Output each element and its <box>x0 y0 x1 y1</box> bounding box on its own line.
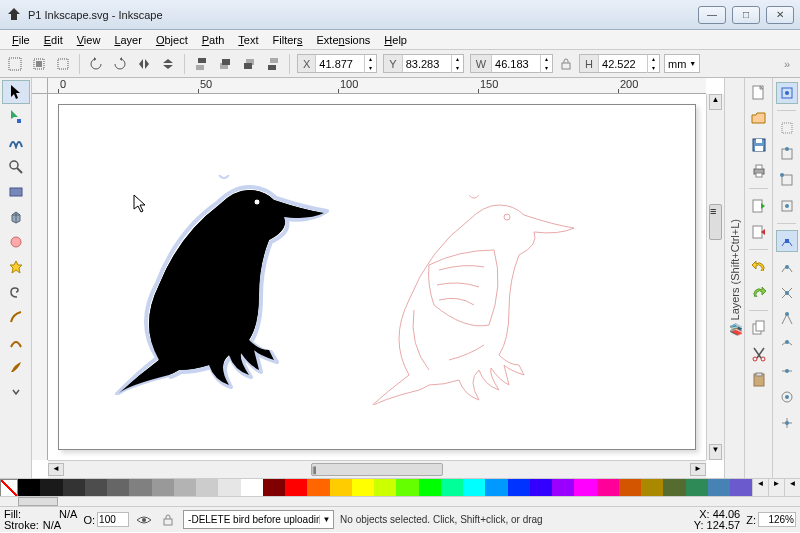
selector-tool[interactable] <box>2 80 30 104</box>
color-swatch[interactable] <box>174 479 196 497</box>
menu-help[interactable]: Help <box>378 32 413 48</box>
visibility-toggle-icon[interactable] <box>135 511 153 529</box>
menu-extensions[interactable]: Extensions <box>311 32 377 48</box>
redo-icon[interactable] <box>748 282 770 304</box>
palette-scroll-right[interactable]: ► <box>768 479 784 497</box>
layer-lock-icon[interactable] <box>159 511 177 529</box>
new-doc-icon[interactable] <box>748 82 770 104</box>
color-swatch[interactable] <box>241 479 263 497</box>
bezier-tool[interactable] <box>2 330 30 354</box>
color-swatch[interactable] <box>396 479 418 497</box>
toolbar-overflow[interactable]: » <box>778 58 796 70</box>
scroll-left-arrow[interactable]: ◄ <box>48 463 64 476</box>
deselect-icon[interactable] <box>52 53 74 75</box>
lower-bottom-icon[interactable] <box>262 53 284 75</box>
open-icon[interactable] <box>748 108 770 130</box>
node-tool[interactable] <box>2 105 30 129</box>
color-swatch[interactable] <box>508 479 530 497</box>
close-button[interactable]: ✕ <box>766 6 794 24</box>
copy-icon[interactable] <box>748 317 770 339</box>
lower-icon[interactable] <box>238 53 260 75</box>
color-swatch[interactable] <box>663 479 685 497</box>
more-tools[interactable] <box>2 380 30 404</box>
rotate-ccw-icon[interactable] <box>85 53 107 75</box>
snap-toggle-icon[interactable] <box>776 82 798 104</box>
palette-menu[interactable]: ◄ <box>784 479 800 497</box>
tweak-tool[interactable] <box>2 130 30 154</box>
color-swatch[interactable] <box>129 479 151 497</box>
no-color-swatch[interactable] <box>0 479 18 497</box>
snap-rotation-icon[interactable] <box>776 412 798 434</box>
color-swatch[interactable] <box>641 479 663 497</box>
zoom-field[interactable]: Z: <box>746 512 796 527</box>
snap-bbox-midpoint-icon[interactable] <box>776 195 798 217</box>
menu-layer[interactable]: Layer <box>108 32 148 48</box>
snap-cusp-icon[interactable] <box>776 308 798 330</box>
menu-file[interactable]: File <box>6 32 36 48</box>
paste-icon[interactable] <box>748 369 770 391</box>
scroll-down-arrow[interactable]: ▼ <box>709 444 722 460</box>
x-field[interactable]: X▴▾ <box>297 54 377 73</box>
ellipse-tool[interactable] <box>2 230 30 254</box>
lock-icon[interactable] <box>559 57 573 71</box>
spiral-tool[interactable] <box>2 280 30 304</box>
color-swatch[interactable] <box>574 479 596 497</box>
color-swatch[interactable] <box>352 479 374 497</box>
color-swatch[interactable] <box>530 479 552 497</box>
y-field[interactable]: Y▴▾ <box>383 54 463 73</box>
w-field[interactable]: W▴▾ <box>470 54 553 73</box>
color-swatch[interactable] <box>152 479 174 497</box>
rotate-cw-icon[interactable] <box>109 53 131 75</box>
color-swatch[interactable] <box>40 479 62 497</box>
rect-tool[interactable] <box>2 180 30 204</box>
calligraphy-tool[interactable] <box>2 355 30 379</box>
scrollbar-vertical[interactable]: ▲ ≡ ▼ <box>706 94 724 460</box>
export-icon[interactable] <box>748 221 770 243</box>
scroll-up-arrow[interactable]: ▲ <box>709 94 722 110</box>
menu-view[interactable]: View <box>71 32 107 48</box>
color-swatch[interactable] <box>419 479 441 497</box>
color-swatch[interactable] <box>18 479 40 497</box>
snap-center-icon[interactable] <box>776 386 798 408</box>
menu-filters[interactable]: Filters <box>267 32 309 48</box>
palette-scroll-left[interactable]: ◄ <box>752 479 768 497</box>
color-swatch[interactable] <box>263 479 285 497</box>
menu-edit[interactable]: Edit <box>38 32 69 48</box>
cut-icon[interactable] <box>748 343 770 365</box>
star-tool[interactable] <box>2 255 30 279</box>
color-swatch[interactable] <box>441 479 463 497</box>
color-swatch[interactable] <box>107 479 129 497</box>
minimize-button[interactable]: — <box>698 6 726 24</box>
bird-black[interactable] <box>109 175 339 395</box>
select-all-icon[interactable] <box>4 53 26 75</box>
snap-bbox-corner-icon[interactable] <box>776 169 798 191</box>
color-swatch[interactable] <box>552 479 574 497</box>
color-swatch[interactable] <box>597 479 619 497</box>
color-swatch[interactable] <box>196 479 218 497</box>
color-swatch[interactable] <box>708 479 730 497</box>
color-swatch[interactable] <box>218 479 240 497</box>
flip-v-icon[interactable] <box>157 53 179 75</box>
opacity-field[interactable]: O: <box>83 512 129 527</box>
scroll-thumb-h[interactable]: ⦀ <box>311 463 443 476</box>
pencil-tool[interactable] <box>2 305 30 329</box>
import-icon[interactable] <box>748 195 770 217</box>
flip-h-icon[interactable] <box>133 53 155 75</box>
palette-scrollbar[interactable] <box>0 496 800 506</box>
scrollbar-horizontal[interactable]: ◄ ⦀ ► <box>48 460 706 478</box>
color-swatch[interactable] <box>686 479 708 497</box>
bird-outline[interactable] <box>359 195 589 405</box>
3dbox-tool[interactable] <box>2 205 30 229</box>
snap-nodes-icon[interactable] <box>776 230 798 252</box>
menu-text[interactable]: Text <box>232 32 264 48</box>
scroll-right-arrow[interactable]: ► <box>690 463 706 476</box>
color-swatch[interactable] <box>307 479 329 497</box>
fill-stroke-indicator[interactable]: Fill:N/A Stroke:N/A <box>4 509 77 531</box>
snap-bbox-edge-icon[interactable] <box>776 143 798 165</box>
scroll-thumb-v[interactable]: ≡ <box>709 204 722 241</box>
color-swatch[interactable] <box>330 479 352 497</box>
snap-path-icon[interactable] <box>776 256 798 278</box>
snap-intersection-icon[interactable] <box>776 282 798 304</box>
color-swatch[interactable] <box>730 479 752 497</box>
select-layers-icon[interactable] <box>28 53 50 75</box>
